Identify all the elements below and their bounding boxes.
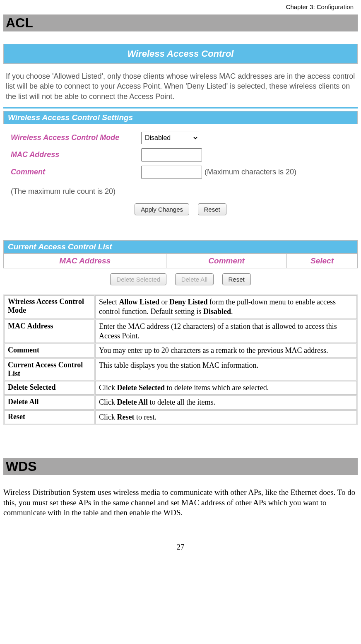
section-title-acl: ACL: [3, 14, 358, 31]
table-row: Delete SelectedClick Delete Selected to …: [4, 381, 357, 395]
panel-intro: If you choose 'Allowed Listed', only tho…: [3, 64, 358, 105]
desc-def: Enter the MAC address (12 characters) of…: [95, 320, 357, 343]
delete-selected-button[interactable]: Delete Selected: [110, 273, 166, 285]
wds-paragraph: Wireless Distribution System uses wirele…: [3, 487, 358, 518]
desc-def: You may enter up to 20 characters as a r…: [95, 344, 357, 357]
panel-title: Wireless Access Control: [3, 44, 358, 64]
page-number: 27: [3, 543, 358, 556]
section-title-wds: WDS: [3, 458, 358, 475]
desc-term: Wireless Access Control Mode: [4, 295, 94, 319]
desc-def: Click Reset to rest.: [95, 410, 357, 424]
desc-def: Select Allow Listed or Deny Listed form …: [95, 295, 357, 319]
apply-button[interactable]: Apply Changes: [135, 203, 189, 215]
screenshot-wireless-access-control: Wireless Access Control If you choose 'A…: [3, 44, 358, 285]
col-comment: Comment: [166, 253, 287, 268]
desc-term: Delete All: [4, 396, 94, 409]
mode-label: Wireless Access Control Mode: [11, 133, 141, 142]
comment-hint: (Maximum characters is 20): [205, 168, 296, 176]
desc-term: Current Access Control List: [4, 359, 94, 380]
desc-def: Click Delete Selected to delete items wh…: [95, 381, 357, 395]
divider: [3, 107, 358, 109]
table-row: CommentYou may enter up to 20 characters…: [4, 344, 357, 357]
comment-label: Comment: [11, 168, 141, 176]
col-mac: MAC Address: [4, 253, 166, 268]
desc-def: Click Delete All to delete all the items…: [95, 396, 357, 409]
reset-button[interactable]: Reset: [198, 203, 226, 215]
list-title: Current Access Control List: [3, 240, 358, 253]
col-select: Select: [286, 253, 357, 268]
chapter-header: Chapter 3: Configuration: [3, 0, 358, 14]
desc-def: This table displays you the station MAC …: [95, 359, 357, 380]
description-table: Wireless Access Control ModeSelect Allow…: [3, 294, 358, 425]
desc-term: Reset: [4, 410, 94, 424]
settings-title: Wireless Access Control Settings: [3, 111, 358, 124]
comment-input[interactable]: [141, 166, 202, 179]
max-rule-note: (The maximum rule count is 20): [11, 187, 358, 196]
desc-term: MAC Address: [4, 320, 94, 343]
mac-input[interactable]: [141, 148, 202, 162]
table-row: MAC AddressEnter the MAC address (12 cha…: [4, 320, 357, 343]
table-row: Wireless Access Control ModeSelect Allow…: [4, 295, 357, 319]
desc-term: Delete Selected: [4, 381, 94, 395]
table-row: Current Access Control List This table d…: [4, 359, 357, 380]
table-row: Delete AllClick Delete All to delete all…: [4, 396, 357, 409]
access-control-list-table: MAC Address Comment Select: [3, 253, 358, 268]
reset-list-button[interactable]: Reset: [222, 273, 251, 285]
desc-term: Comment: [4, 344, 94, 357]
delete-all-button[interactable]: Delete All: [175, 273, 214, 285]
mac-label: MAC Address: [11, 150, 141, 159]
mode-select[interactable]: Disabled: [141, 132, 199, 144]
table-row: ResetClick Reset to rest.: [4, 410, 357, 424]
